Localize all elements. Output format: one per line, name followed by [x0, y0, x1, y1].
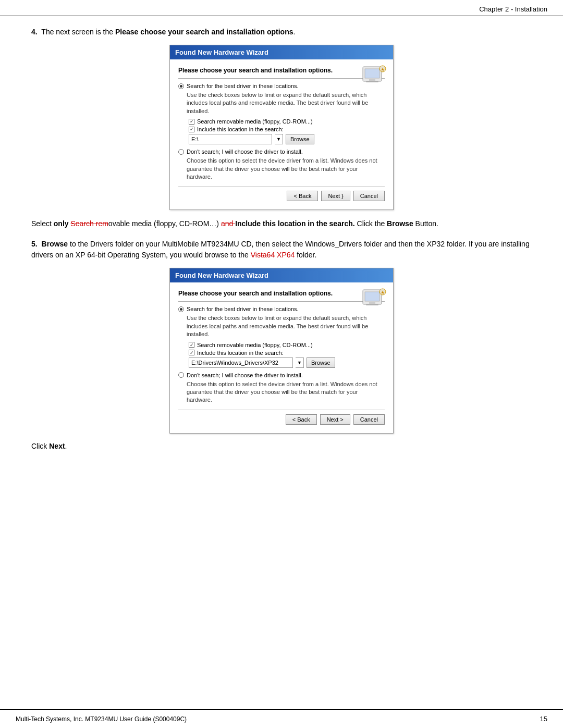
browse-button-2[interactable]: Browse [307, 357, 335, 368]
step4-intro-bold: Please choose your search and installati… [115, 28, 293, 36]
browse-bold: Browse [387, 219, 413, 228]
location-input-1[interactable] [189, 134, 272, 144]
radio1-button-2[interactable] [178, 306, 184, 312]
cancel-button-1[interactable]: Cancel [353, 191, 385, 201]
check1-row-1: Search removable media (floppy, CD-ROM..… [189, 118, 385, 125]
wizard-subtitle-2: Please choose your search and installati… [178, 290, 385, 297]
wizard-title-2: Found New Hardware Wizard [175, 272, 268, 279]
wizard-icon-2: ★ [362, 288, 387, 309]
check2-label-1: Include this location in the search: [197, 126, 284, 132]
step5-text2: folder. [295, 251, 316, 259]
check1-label-2: Search removable media (floppy, CD-ROM..… [197, 342, 313, 348]
svg-rect-9 [366, 304, 378, 305]
step-4: 4. The next screen is the Please choose … [31, 27, 532, 229]
radio2-button-2[interactable] [178, 372, 184, 378]
step-5: 5. Browse to the Drivers folder on your … [31, 239, 532, 450]
radio1-button-1[interactable] [178, 83, 184, 89]
wizard-section-radio1-2: Search for the best driver in these loca… [178, 306, 385, 367]
step5-browse-label: Browse [42, 240, 68, 248]
step5-number: 5. [31, 240, 38, 248]
svg-text:★: ★ [381, 290, 385, 295]
click-next-prefix: Click [31, 442, 49, 450]
wizard-footer-1: < Back Next } Cancel [178, 186, 385, 203]
wizard-subtitle-1: Please choose your search and installati… [178, 67, 385, 74]
only-text: only [54, 219, 69, 228]
chapter-title: Chapter 2 - Installation [479, 5, 547, 13]
step4-number: 4. [31, 28, 38, 36]
radio1-desc-2: Use the check boxes below to limit or ex… [187, 314, 385, 338]
svg-rect-1 [365, 69, 380, 78]
page-header: Chapter 2 - Installation [0, 0, 563, 16]
radio1-label-2: Search for the best driver in these loca… [187, 306, 299, 312]
back-button-1[interactable]: < Back [287, 191, 318, 201]
location-input-2[interactable] [189, 357, 293, 368]
include-bold: Include this location in the search. [235, 219, 355, 228]
location-dropdown-2[interactable]: ▼ [296, 357, 304, 368]
step5-strikethrough-vista: Vista64 [251, 251, 275, 259]
wizard-body-1: ★ Please choose your search and installa… [170, 59, 393, 209]
back-button-2[interactable]: < Back [286, 414, 317, 425]
step4-intro-prefix: The next screen is the [41, 28, 115, 36]
wizard-section-radio1-1: Search for the best driver in these loca… [178, 83, 385, 144]
strikethrough-search: Search rem [70, 219, 108, 228]
wizard-title-1: Found New Hardware Wizard [175, 48, 268, 56]
step5-intro: 5. Browse to the Drivers folder on your … [31, 239, 532, 261]
radio1-row-2: Search for the best driver in these loca… [178, 306, 385, 312]
wizard-icon-1: ★ [362, 65, 387, 85]
normal-ovable: ovable media (floppy, CD-ROM…) [108, 219, 219, 228]
location-dropdown-1[interactable]: ▼ [275, 134, 283, 144]
check1-label-1: Search removable media (floppy, CD-ROM..… [197, 118, 313, 125]
wizard-dialog-2: Found New Hardware Wizard ★ Please choos… [169, 268, 394, 433]
check2-row-1: Include this location in the search: [189, 126, 385, 132]
cancel-button-2[interactable]: Cancel [353, 414, 385, 425]
wizard-title-bar-1: Found New Hardware Wizard [170, 45, 393, 59]
check2-row-2: Include this location in the search: [189, 350, 385, 356]
svg-rect-7 [365, 292, 380, 301]
wizard-title-bar-2: Found New Hardware Wizard [170, 268, 393, 282]
check1-box-1[interactable] [189, 119, 194, 125]
wizard-dialog-1: Found New Hardware Wizard ★ Please choos… [169, 45, 394, 210]
next-button-2[interactable]: Next > [320, 414, 350, 425]
radio2-desc-2: Choose this option to select the device … [187, 380, 385, 404]
wizard-section-radio2-2: Don't search; I will choose the driver t… [178, 372, 385, 404]
wizard-section-radio2-1: Don't search; I will choose the driver t… [178, 149, 385, 181]
radio2-label-2: Don't search; I will choose the driver t… [187, 372, 303, 378]
location-row-1: ▼ Browse [189, 134, 385, 144]
radio2-row-2: Don't search; I will choose the driver t… [178, 372, 385, 378]
click-next-bold: Next [49, 442, 65, 450]
check1-box-2[interactable] [189, 342, 194, 348]
select-paragraph: Select only Search removable media (flop… [31, 218, 532, 229]
check2-box-2[interactable] [189, 350, 194, 355]
step4-intro-suffix: . [293, 28, 296, 36]
next-button-1[interactable]: Next } [321, 191, 350, 201]
svg-rect-8 [369, 302, 375, 304]
check2-box-1[interactable] [189, 127, 194, 132]
click-next-suffix: . [65, 442, 67, 450]
check1-row-2: Search removable media (floppy, CD-ROM..… [189, 342, 385, 348]
step4-intro: 4. The next screen is the Please choose … [31, 27, 532, 38]
radio2-button-1[interactable] [178, 149, 184, 155]
radio1-desc-1: Use the check boxes below to limit or ex… [187, 91, 385, 115]
svg-rect-3 [366, 81, 378, 82]
svg-rect-2 [369, 79, 375, 81]
radio2-desc-1: Choose this option to select the device … [187, 157, 385, 181]
browse-button-1[interactable]: Browse [286, 134, 314, 144]
svg-text:★: ★ [381, 67, 385, 72]
step5-xp64: XP64 [275, 251, 295, 259]
check2-label-2: Include this location in the search: [197, 350, 284, 356]
footer-company: Multi-Tech Systems, Inc. MT9234MU User G… [16, 715, 187, 723]
wizard-body-2: ★ Please choose your search and installa… [170, 282, 393, 433]
radio2-row-1: Don't search; I will choose the driver t… [178, 149, 385, 155]
location-row-2: ▼ Browse [189, 357, 385, 368]
page-footer: Multi-Tech Systems, Inc. MT9234MU User G… [0, 709, 563, 728]
page-content: 4. The next screen is the Please choose … [0, 16, 563, 491]
wizard-footer-2: < Back Next > Cancel [178, 410, 385, 427]
strikethrough-and: and [221, 219, 235, 228]
radio1-label-1: Search for the best driver in these loca… [187, 83, 299, 89]
footer-page-number: 15 [540, 715, 547, 723]
click-next-paragraph: Click Next. [31, 442, 532, 450]
radio2-label-1: Don't search; I will choose the driver t… [187, 149, 303, 155]
radio1-row-1: Search for the best driver in these loca… [178, 83, 385, 89]
